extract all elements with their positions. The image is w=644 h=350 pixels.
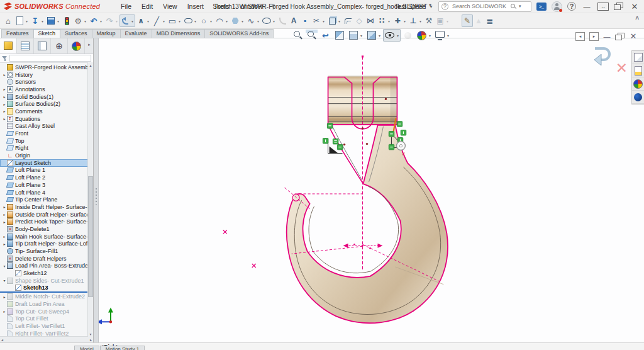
tree-item[interactable]: ▸ Comments: [0, 108, 93, 115]
toolbar-button[interactable]: [299, 14, 311, 27]
toolbar-button[interactable]: ▾: [72, 14, 88, 27]
flyout-caret[interactable]: ▾: [162, 19, 166, 23]
tree-item[interactable]: Sketch13: [0, 285, 93, 292]
toolbar-button[interactable]: ▾: [151, 14, 167, 27]
flyout-caret[interactable]: ▾: [446, 33, 450, 38]
graphics-viewport[interactable]: [99, 38, 644, 342]
tree-item[interactable]: ▸ Middle Notch- Cut-Extrude2: [0, 291, 93, 300]
flyout-caret[interactable]: ▾: [377, 33, 382, 38]
toolbar-button[interactable]: ▾: [311, 14, 326, 27]
toolbar-button[interactable]: [288, 14, 299, 27]
toolbar-button[interactable]: ▾: [30, 14, 45, 27]
expand-arrow[interactable]: ▸: [2, 295, 7, 299]
flyout-caret[interactable]: ▾: [445, 19, 450, 23]
toolbar-button[interactable]: ▾: [167, 14, 182, 27]
tree-item[interactable]: Delete Draft Helpers: [0, 255, 93, 262]
tree-item[interactable]: Loft Plane 2: [0, 174, 93, 181]
command-tab[interactable]: MBD Dimensions: [152, 29, 206, 38]
expand-arrow[interactable]: ▾: [2, 278, 7, 283]
flyout-caret[interactable]: ▾: [225, 19, 229, 23]
task-pane-button[interactable]: [632, 51, 644, 64]
close-button[interactable]: ✕: [629, 2, 640, 11]
panel-tab[interactable]: [51, 38, 68, 54]
scrollbar-thumb[interactable]: [88, 176, 93, 297]
cancel-sketch-icon[interactable]: ✕: [616, 61, 628, 76]
command-tab[interactable]: Features: [1, 29, 34, 38]
toolbar-button[interactable]: [473, 14, 484, 27]
tree-item[interactable]: Sensors: [0, 78, 93, 86]
view-tool-button[interactable]: [319, 29, 332, 42]
menu-item[interactable]: Edit: [137, 1, 157, 11]
task-pane-button[interactable]: [632, 64, 644, 77]
tree-item[interactable]: Layout Sketch: [0, 159, 93, 167]
command-console-icon[interactable]: >_: [536, 3, 547, 11]
toolbar-button[interactable]: ▾: [88, 14, 104, 27]
doc-restore-button[interactable]: [615, 33, 625, 40]
flyout-caret[interactable]: ▾: [146, 19, 150, 23]
scroll-right-icon[interactable]: ▸: [90, 337, 92, 342]
menu-item[interactable]: View: [158, 1, 182, 11]
view-tool-button[interactable]: ▾: [347, 29, 364, 42]
toolbar-button[interactable]: [423, 14, 435, 27]
help-icon[interactable]: ?: [567, 2, 576, 11]
search-options-caret[interactable]: ▾: [519, 4, 521, 9]
help-search[interactable]: ? ▾: [438, 1, 531, 12]
toolbar-button[interactable]: [462, 14, 473, 27]
flyout-caret[interactable]: ▾: [99, 19, 103, 23]
toolbar-button[interactable]: [365, 14, 376, 27]
tree-filter-input[interactable]: [9, 55, 91, 62]
flyout-caret[interactable]: ▾: [114, 19, 119, 23]
tree-item[interactable]: ▸ History: [0, 71, 93, 79]
expand-arrow[interactable]: ▸: [2, 309, 7, 313]
expand-arrow[interactable]: ▸: [2, 87, 7, 91]
expand-arrow[interactable]: ▸: [2, 242, 7, 246]
tree-item[interactable]: ▸ Surface Bodies(2): [0, 100, 93, 108]
toolbar-button[interactable]: [450, 14, 462, 27]
flyout-caret[interactable]: ▾: [40, 19, 45, 23]
tree-item[interactable]: Loft Plane 4: [0, 189, 93, 196]
toolbar-button[interactable]: [353, 14, 365, 27]
tree-item[interactable]: ▾ Shape Sides- Cut-Extrude1: [0, 277, 93, 285]
flyout-caret[interactable]: ▾: [25, 19, 29, 23]
toolbar-button[interactable]: ▾: [198, 14, 214, 27]
tree-item[interactable]: Origin: [0, 152, 93, 159]
hook-model[interactable]: [287, 125, 448, 323]
flyout-caret[interactable]: ▾: [177, 19, 182, 23]
search-input[interactable]: [451, 3, 508, 10]
tree-item[interactable]: Sketch12: [0, 269, 93, 277]
flyout-caret[interactable]: ▾: [428, 33, 432, 38]
filter-funnel-icon[interactable]: [2, 55, 8, 61]
tree-item[interactable]: Loft Plane 1: [0, 167, 93, 174]
expand-arrow[interactable]: ▸: [2, 102, 7, 106]
view-tool-button[interactable]: [291, 29, 304, 42]
toolbar-button[interactable]: ▾: [326, 14, 342, 27]
tree-item[interactable]: ▸ Top Cut- Cut-Sweep4: [0, 308, 93, 315]
expand-arrow[interactable]: ▸: [2, 205, 7, 209]
minimize-button[interactable]: —: [581, 3, 592, 10]
tree-item[interactable]: Left Fillet- VarFillet1: [0, 322, 93, 330]
collapse-toolbar-chevron[interactable]: ^: [635, 16, 639, 23]
tree-item[interactable]: Top Cut Fillet: [0, 315, 93, 322]
view-tool-button[interactable]: ▾: [383, 29, 401, 42]
command-tab[interactable]: Markup: [92, 29, 121, 38]
expand-arrow[interactable]: ▸: [2, 72, 7, 77]
panel-splitter[interactable]: [94, 38, 99, 342]
tree-item[interactable]: Top: [0, 137, 93, 145]
expand-arrow[interactable]: ▸: [2, 220, 7, 224]
tree-item[interactable]: Loft Plane 3: [0, 181, 93, 189]
toolbar-button[interactable]: [3, 14, 14, 27]
flyout-caret[interactable]: ▾: [272, 19, 276, 23]
tree-item[interactable]: ▸ Tip Draft Helper- Surface-Loft4: [0, 240, 93, 248]
toolbar-button[interactable]: [61, 14, 72, 27]
tree-horizontal-scrollbar[interactable]: ◂ ▸: [0, 336, 93, 342]
toolbar-button[interactable]: ▾: [119, 14, 135, 27]
flyout-caret[interactable]: ▾: [402, 19, 407, 23]
sketch-point-markers[interactable]: [223, 230, 256, 268]
expand-arrow[interactable]: ▸: [2, 94, 7, 99]
expand-arrow[interactable]: ▸: [2, 116, 7, 121]
toolbar-button[interactable]: [484, 14, 496, 27]
document-tab[interactable]: Motion Study 1: [100, 346, 145, 350]
expand-arrow[interactable]: ▸: [2, 212, 7, 217]
tree-item[interactable]: Tip Center Plane: [0, 196, 93, 203]
tree-item[interactable]: ▸ Outside Draft Helper- Surface-Extrude3: [0, 211, 93, 218]
